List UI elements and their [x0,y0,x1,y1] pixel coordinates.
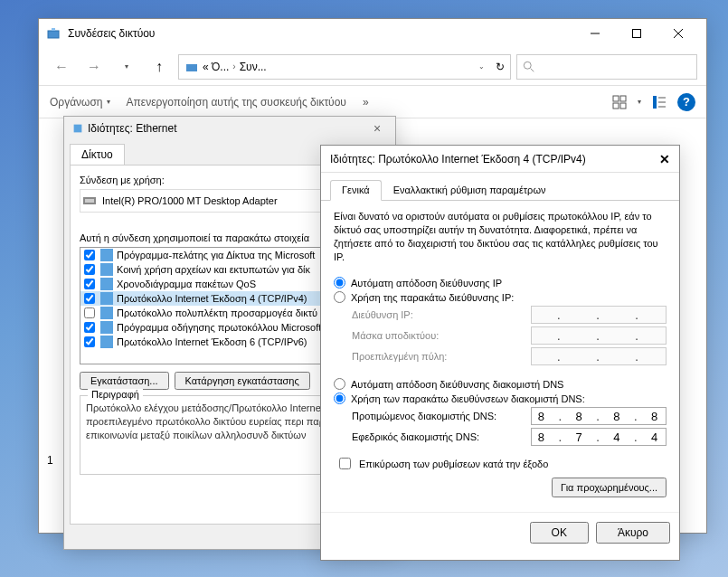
protocol-icon [100,292,113,305]
dns-manual-radio[interactable] [334,393,345,404]
protocol-icon [100,263,113,276]
svg-rect-9 [613,96,619,101]
subnet-label: Μάσκα υποδικτύου: [352,330,531,341]
address-dropdown[interactable]: ⌄ [478,62,485,71]
tab-general[interactable]: Γενικά [330,180,382,201]
svg-rect-19 [85,199,94,203]
svg-point-7 [524,61,531,69]
search-icon [523,61,535,73]
item-counter: 1 [47,454,53,467]
view-details[interactable] [650,93,668,111]
svg-rect-0 [48,31,59,38]
dns-alternate-label: Εφεδρικός διακομιστής DNS: [352,431,531,442]
more-commands[interactable]: » [363,96,369,109]
titlebar[interactable]: Συνδέσεις δικτύου [39,19,706,48]
protocol-checkbox[interactable] [84,293,95,304]
forward-button[interactable]: → [80,53,108,80]
close-button[interactable]: × [366,121,388,136]
breadcrumb-part[interactable]: Συν... [240,61,267,73]
refresh-button[interactable]: ↻ [496,61,505,73]
ip-address-input: ... [531,306,667,324]
protocol-label: Χρονοδιάγραμμα πακέτων QoS [117,279,256,289]
protocol-icon [100,336,113,348]
tab-network[interactable]: Δίκτυο [70,144,125,165]
protocol-checkbox[interactable] [84,336,95,347]
dialog-title: Ιδιότητες: Ethernet [88,122,366,135]
protocol-checkbox[interactable] [84,250,95,260]
cancel-button[interactable]: Άκυρο [596,522,670,544]
dialog-titlebar[interactable]: Ιδιότητες: Ethernet × [64,117,395,140]
svg-rect-17 [74,125,82,133]
help-button[interactable]: ? [677,93,695,111]
advanced-button[interactable]: Για προχωρημένους... [552,478,667,497]
view-large-icons[interactable] [610,93,629,111]
ipv4-properties-dialog: Ιδιότητες: Πρωτόκολλο Internet Έκδοση 4 … [320,145,680,561]
recent-dropdown[interactable]: ▾ [113,53,140,80]
svg-rect-3 [633,30,641,38]
address-bar[interactable]: « Ό... › Συν... ⌄ ↻ [178,54,511,80]
svg-rect-13 [653,96,657,109]
close-button[interactable] [657,20,699,47]
svg-rect-12 [620,103,626,109]
organize-menu[interactable]: Οργάνωση ▾ [50,96,110,109]
description-label: Περιγραφή [88,389,143,400]
ip-address-label: Διεύθυνση IP: [352,309,531,320]
ethernet-icon [71,122,84,135]
breadcrumb-part[interactable]: « Ό... [203,61,229,73]
protocol-label: Πρωτόκολλο πολυπλέκτη προσαρμογέα δικτύ [117,307,317,318]
validate-checkbox[interactable] [339,458,351,469]
protocol-checkbox[interactable] [84,322,95,333]
dns-alternate-input[interactable]: 8.7.4.4 [531,428,667,446]
tab-alternate[interactable]: Εναλλακτική ρύθμιση παραμέτρων [382,180,558,200]
validate-label[interactable]: Επικύρωση των ρυθμίσεων κατά την έξοδο [359,459,548,469]
location-icon [184,60,199,74]
command-bar: Οργάνωση ▾ Απενεργοποίηση αυτής της συσκ… [39,86,706,118]
svg-rect-6 [186,64,197,71]
svg-line-8 [531,68,534,71]
up-button[interactable]: ↑ [146,53,173,80]
uninstall-button[interactable]: Κατάργηση εγκατάστασης [175,372,310,390]
ip-auto-radio[interactable] [334,277,345,288]
minimize-button[interactable] [574,20,616,47]
dns-manual-label[interactable]: Χρήση των παρακάτω διευθύνσεων διακομιστ… [351,393,585,404]
protocol-label: Πρόγραμμα οδήγησης πρωτοκόλλου Microsoft [117,322,321,333]
maximize-button[interactable] [616,20,657,47]
close-button[interactable]: ✕ [659,152,670,166]
gateway-input: ... [531,347,667,365]
ip-manual-radio[interactable] [334,291,345,303]
svg-rect-1 [52,28,55,31]
protocol-label: Κοινή χρήση αρχείων και εκτυπωτών για δί… [117,264,310,275]
window-title: Συνδέσεις δικτύου [68,27,574,40]
protocol-label: Πρωτόκολλο Internet Έκδοση 6 (TCP/IPv6) [117,336,307,347]
chevron-right-icon: › [232,61,235,71]
subnet-input: ... [531,326,667,345]
info-text: Είναι δυνατό να οριστούν αυτόματα οι ρυθ… [334,210,667,263]
adapter-icon [82,194,97,208]
ip-auto-label[interactable]: Αυτόματη απόδοση διεύθυνσης IP [351,278,502,288]
protocol-label: Πρόγραμμα-πελάτης για Δίκτυα της Microso… [117,250,315,260]
protocol-icon [100,249,113,261]
svg-rect-10 [620,96,626,101]
protocol-icon [100,278,113,290]
back-button[interactable]: ← [48,53,75,80]
dialog-titlebar[interactable]: Ιδιότητες: Πρωτόκολλο Internet Έκδοση 4 … [321,146,679,173]
adapter-name: Intel(R) PRO/1000 MT Desktop Adapter [102,195,278,206]
disable-device-button[interactable]: Απενεργοποίηση αυτής της συσκευής δικτύο… [127,96,346,109]
install-button[interactable]: Εγκατάσταση... [80,372,169,390]
protocol-checkbox[interactable] [84,307,95,318]
dns-preferred-input[interactable]: 8.8.8.8 [531,407,667,425]
protocol-checkbox[interactable] [84,264,95,275]
ip-manual-label[interactable]: Χρήση της παρακάτω διεύθυνσης IP: [351,292,514,303]
nav-toolbar: ← → ▾ ↑ « Ό... › Συν... ⌄ ↻ [39,48,706,86]
search-input[interactable] [516,54,697,80]
view-dropdown[interactable]: ▾ [638,98,641,106]
gateway-label: Προεπιλεγμένη πύλη: [352,351,531,362]
dns-preferred-label: Προτιμώμενος διακομιστής DNS: [352,411,531,421]
dns-auto-label[interactable]: Αυτόματη απόδοση διεύθυνσης διακομιστή D… [351,379,563,390]
window-icon [46,26,61,41]
protocol-checkbox[interactable] [84,279,95,289]
dns-auto-radio[interactable] [334,378,345,390]
dialog-title: Ιδιότητες: Πρωτόκολλο Internet Έκδοση 4 … [330,153,659,166]
ok-button[interactable]: OK [530,522,589,544]
protocol-label: Πρωτόκολλο Internet Έκδοση 4 (TCP/IPv4) [117,293,307,304]
